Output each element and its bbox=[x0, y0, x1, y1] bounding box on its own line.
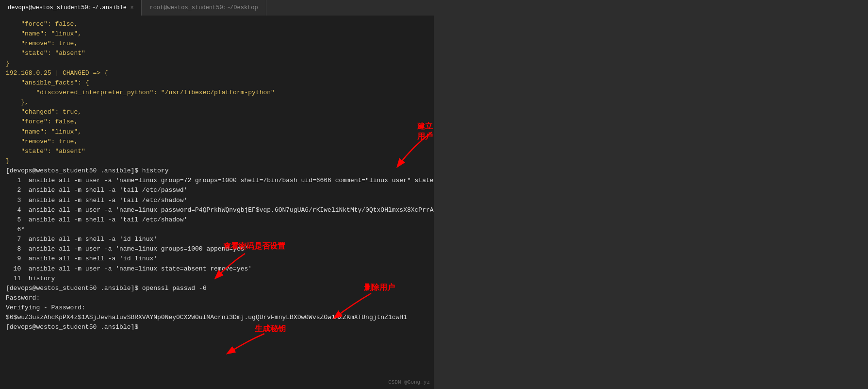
terminal-line: Password: bbox=[6, 293, 428, 303]
terminal-line: 4 ansible all -m user -a 'name=linux pas… bbox=[6, 205, 428, 215]
window: devops@westos_student50:~/.ansible × roo… bbox=[0, 0, 868, 389]
tab-right[interactable]: root@westos_student50:~/Desktop bbox=[142, 0, 266, 16]
watermark: CSDN @Gong_yz bbox=[388, 379, 430, 385]
tab-bar: devops@westos_student50:~/.ansible × roo… bbox=[0, 0, 868, 16]
terminal-line: 11 history bbox=[6, 274, 428, 284]
terminal-left-pane[interactable]: "force": false, "name": "linux", "remove… bbox=[0, 16, 434, 389]
terminal-line: $6$wuZ3uszAhcKpPX4z$1ASjJevhaluvSBRXVAYN… bbox=[6, 313, 428, 322]
terminal-line: } bbox=[6, 156, 428, 166]
terminal-line: "remove": true, bbox=[6, 39, 428, 49]
annotation-check-password: 查看密码是否设置 bbox=[223, 241, 285, 252]
terminal-line: } bbox=[6, 59, 428, 68]
tab-close-left[interactable]: × bbox=[131, 5, 134, 11]
terminal-line: 7 ansible all -m shell -a 'id linux' bbox=[6, 235, 428, 244]
terminal-line: }, bbox=[6, 98, 428, 107]
terminal-line: [devops@westos_student50 .ansible]$ bbox=[6, 322, 428, 332]
terminal-line: "name": "linux", bbox=[6, 29, 428, 39]
terminal-line: 8 ansible all -m user -a 'name=linux gro… bbox=[6, 244, 428, 254]
terminal-line: 6* bbox=[6, 225, 428, 235]
terminal-line: Verifying - Password: bbox=[6, 303, 428, 313]
annotation-gen-key: 生成秘钥 bbox=[255, 324, 286, 334]
terminal-line: [devops@westos_student50 .ansible]$ hist… bbox=[6, 166, 428, 176]
terminal-line: "force": false, bbox=[6, 117, 428, 127]
terminal-line: "remove": true, bbox=[6, 137, 428, 147]
terminal-line: 5 ansible all -m shell -a 'tail /etc/sha… bbox=[6, 215, 428, 225]
terminal-line: "state": "absent" bbox=[6, 49, 428, 58]
annotation-delete-user: 删除用户 bbox=[364, 283, 395, 293]
terminal-line: 2 ansible all -m shell -a 'tail /etc/pas… bbox=[6, 186, 428, 195]
terminal-line: "discovered_interpreter_python": "/usr/l… bbox=[6, 88, 428, 98]
terminal-line: 10 ansible all -m user -a 'name=linux st… bbox=[6, 264, 428, 274]
terminal-line: "ansible_facts": { bbox=[6, 78, 428, 88]
terminal-line: "changed": true, bbox=[6, 107, 428, 117]
terminal-line: 9 ansible all -m shell -a 'id linux' bbox=[6, 254, 428, 264]
terminal-right-pane[interactable] bbox=[434, 16, 868, 389]
terminal-line: "name": "linux", bbox=[6, 127, 428, 137]
tab-left[interactable]: devops@westos_student50:~/.ansible × bbox=[0, 0, 142, 16]
terminal-line: 3 ansible all -m shell -a 'tail /etc/sha… bbox=[6, 196, 428, 205]
annotation-create-user: 建立用户 bbox=[417, 121, 434, 142]
tab-left-label: devops@westos_student50:~/.ansible bbox=[8, 4, 127, 11]
terminal-line: "force": false, bbox=[6, 19, 428, 29]
tab-right-label: root@westos_student50:~/Desktop bbox=[149, 4, 258, 11]
terminal-line: 1 ansible all -m user -a 'name=linux gro… bbox=[6, 176, 428, 186]
terminal-line: 192.168.0.25 | CHANGED => { bbox=[6, 68, 428, 78]
terminal-content: "force": false, "name": "linux", "remove… bbox=[0, 16, 868, 389]
terminal-line: "state": "absent" bbox=[6, 147, 428, 156]
